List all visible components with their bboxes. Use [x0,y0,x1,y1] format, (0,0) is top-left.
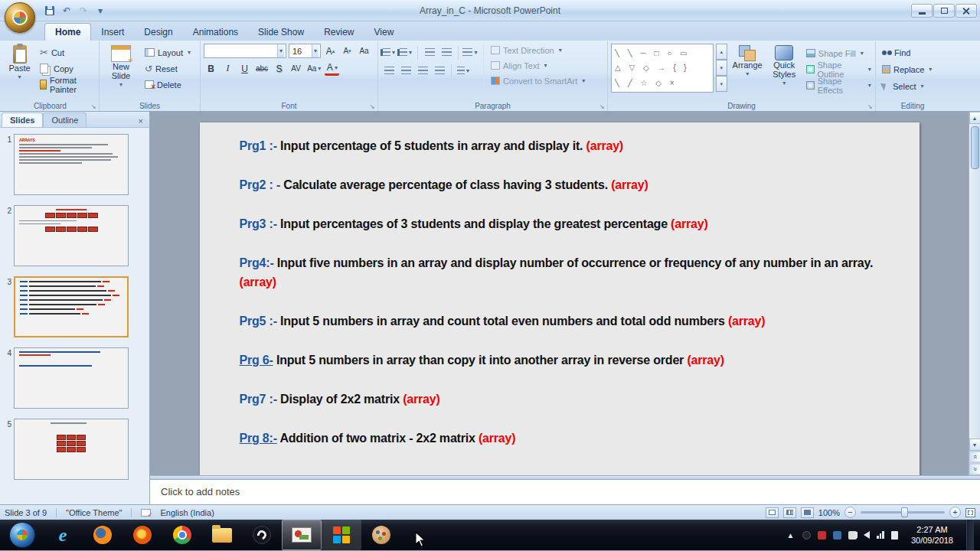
taskbar-browser-icon[interactable] [83,520,122,550]
minimize-button[interactable] [911,4,933,18]
font-size-dropdown-icon[interactable]: ▾ [312,44,318,57]
delete-button[interactable]: Delete [142,77,194,92]
increase-indent-button[interactable] [439,45,454,60]
slide-text-line-1[interactable]: Prg1 :- Input percentage of 5 students i… [240,136,885,155]
tab-home[interactable]: Home [44,23,91,41]
shapes-row[interactable]: ╲ ╱ ☆ ◇ × [615,79,710,87]
select-button[interactable]: Select [879,79,935,93]
new-slide-button[interactable]: New Slide [103,44,139,91]
replace-button[interactable]: Replace [879,62,935,77]
network-icon[interactable] [877,531,884,539]
decrease-indent-button[interactable] [422,45,437,60]
taskbar-paint-icon[interactable] [361,520,401,550]
slide-thumbnail-1[interactable]: 1 ARRAYS [2,134,146,195]
scrollbar-thumb[interactable] [971,126,979,169]
scroll-up-icon[interactable]: ▲ [969,112,980,124]
redo-icon[interactable]: ↷ [77,4,90,18]
text-shadow-button[interactable]: S [272,61,286,76]
clipboard-dialog-launcher-icon[interactable]: ↘ [90,103,97,110]
underline-button[interactable]: U [237,61,252,76]
taskbar-firefox-icon[interactable] [122,520,162,550]
paragraph-dialog-launcher-icon[interactable]: ↘ [598,103,606,110]
copy-button[interactable]: Copy [37,61,96,76]
taskbar-clock[interactable]: 2:27 AM 30/09/2018 [905,524,959,546]
numbering-button[interactable] [398,45,413,60]
tab-slide-show[interactable]: Slide Show [248,24,314,41]
character-spacing-button[interactable]: AV [289,61,303,76]
quick-styles-button[interactable]: Quick Styles [768,44,801,90]
action-center-icon[interactable] [891,531,898,540]
shapes-more-icon[interactable]: ▾ [716,76,727,92]
slide-text-line-6[interactable]: Prg 6- Input 5 numbers in array than cop… [240,350,885,370]
normal-view-button[interactable] [766,507,779,518]
zoom-level[interactable]: 100% [818,508,840,517]
shapes-scroll-down-icon[interactable]: ▾ [716,60,727,76]
columns-button[interactable] [456,64,471,78]
taskbar-file-explorer-icon[interactable] [202,520,242,550]
text-direction-button[interactable]: Text Direction [488,44,587,57]
thumbnail-preview[interactable] [14,276,129,337]
taskbar-chrome-icon[interactable] [162,520,202,550]
scroll-down-icon[interactable]: ▼ [969,439,980,451]
previous-slide-button[interactable]: « [969,452,980,463]
slide-text-line-4[interactable]: Prg4:- Input five numbers in an array an… [240,253,885,292]
layout-button[interactable]: Layout [142,45,194,60]
drawing-dialog-launcher-icon[interactable]: ↘ [866,103,874,110]
zoom-slider-thumb[interactable] [901,507,908,517]
slide-sorter-view-button[interactable] [783,507,796,518]
slide-text-line-2[interactable]: Prg2 : - Calculate average percentage of… [240,175,885,194]
align-center-button[interactable] [398,64,413,78]
tab-animations[interactable]: Animations [183,24,248,41]
bold-button[interactable]: B [204,61,218,76]
font-name-dropdown-icon[interactable]: ▾ [277,44,284,57]
thumbnail-preview[interactable] [14,205,129,266]
shape-outline-button[interactable]: Shape Outline [803,62,874,77]
bullets-button[interactable] [381,45,397,60]
thumbnail-preview[interactable] [14,419,129,480]
office-button[interactable] [5,2,35,33]
qat-customize-icon[interactable]: ▾ [93,4,107,18]
clear-formatting-button[interactable]: Aa [357,44,371,58]
tab-design[interactable]: Design [134,24,182,41]
shapes-scroll-up-icon[interactable]: ▴ [716,44,727,60]
thumbnail-preview[interactable]: ARRAYS [14,134,129,195]
slide-thumbnail-3-selected[interactable]: 3 [2,276,146,337]
cut-button[interactable]: ✂Cut [37,45,96,60]
strikethrough-button[interactable]: abc [254,61,270,76]
convert-to-smartart-button[interactable]: Convert to SmartArt [488,74,587,87]
fit-to-window-button[interactable] [965,508,975,517]
slide-thumbnail-5[interactable]: 5 [2,419,146,480]
shape-effects-button[interactable]: Shape Effects [803,78,874,93]
grow-font-button[interactable]: A▴ [323,44,338,58]
theme-name[interactable]: "Office Theme" [66,508,122,517]
slide-text-line-8[interactable]: Prg 8:- Addition of two matrix - 2x2 mat… [240,429,885,448]
font-color-button[interactable]: A [325,61,339,76]
align-left-button[interactable] [381,64,397,78]
font-dialog-launcher-icon[interactable]: ↘ [368,103,376,110]
show-desktop-button[interactable] [966,520,974,550]
find-button[interactable]: Find [879,45,935,60]
language-indicator[interactable]: English (India) [160,508,214,517]
align-right-button[interactable] [415,64,430,78]
slide-text-line-5[interactable]: Prg5 :- Input 5 numbers in array and cou… [240,311,885,331]
panel-tab-slides[interactable]: Slides [2,112,43,127]
panel-close-icon[interactable]: × [134,115,148,127]
line-spacing-button[interactable] [462,45,478,60]
tab-insert[interactable]: Insert [91,24,134,41]
panel-tab-outline[interactable]: Outline [43,112,87,127]
taskbar-ie-icon[interactable]: e [43,520,83,550]
zoom-in-button[interactable]: + [949,507,961,518]
close-button[interactable] [956,4,977,18]
slideshow-view-button[interactable] [801,507,814,518]
tab-view[interactable]: View [364,24,404,41]
slide[interactable]: Prg1 :- Input percentage of 5 students i… [200,122,920,475]
undo-icon[interactable]: ↶ [60,4,74,18]
format-painter-button[interactable]: Format Painter [37,77,96,92]
thumbnail-preview[interactable] [14,347,129,409]
zoom-out-button[interactable]: − [844,507,856,518]
slide-thumbnail-2[interactable]: 2 [2,205,146,266]
save-icon[interactable] [43,4,57,18]
notes-pane[interactable]: Click to add notes [150,479,980,504]
shapes-row[interactable]: △ ▽ ◇ → { } [615,64,710,72]
shapes-gallery[interactable]: ╲ ╲ ─ □ ○ ▭ △ ▽ ◇ → { } ╲ ╱ ☆ ◇ × [611,44,714,93]
